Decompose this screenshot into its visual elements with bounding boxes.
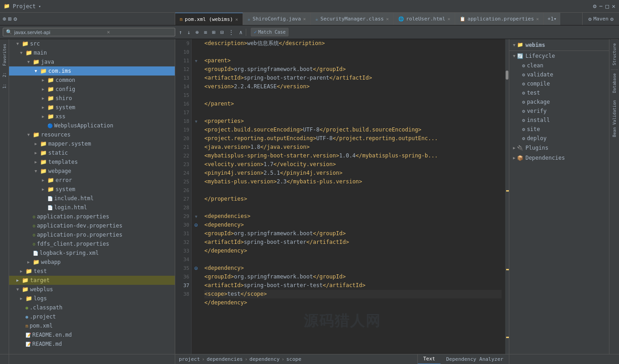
tree-item-xss[interactable]: ▶ 📁 xss <box>9 112 175 121</box>
search-input[interactable] <box>14 30 105 35</box>
tree-item-pomxml[interactable]: m pom.xml <box>9 321 175 330</box>
settings-icon[interactable]: ⚙ <box>593 3 597 10</box>
webplusapp-label: WebplusApplication <box>54 122 113 129</box>
tree-item-comims[interactable]: ▼ 📁 com.ims <box>9 66 175 76</box>
maven-verify[interactable]: ⚙ verify <box>509 106 609 116</box>
tab-roleuser[interactable]: 🌐 roleUser.html ✕ <box>394 13 455 25</box>
tab-shiro[interactable]: ☕ ShiroConfig.java ✕ <box>243 13 311 25</box>
line-numbers: 9 10 11 12 13 14 15 16 17 18 19 20 21 22… <box>175 39 192 354</box>
breadcrumb-dependency[interactable]: dependency <box>249 356 279 362</box>
code-line-10 <box>204 48 502 56</box>
tree-item-resources[interactable]: ▼ 📁 resources <box>9 130 175 139</box>
gear-icon[interactable]: ⚙ <box>14 15 17 22</box>
tree-item-error[interactable]: ▶ 📁 error <box>9 176 175 185</box>
tree-item-system[interactable]: ▶ 📁 system <box>9 103 175 112</box>
maven-dependencies-header[interactable]: ▶ 📦 Dependencies <box>509 153 609 163</box>
maven-tab[interactable]: ⚙ Maven ⚙ <box>582 13 619 25</box>
maven-lifecycle-header[interactable]: ▼ 🔄 Lifecycle <box>509 51 609 61</box>
search-filter4-icon[interactable]: ⊟ <box>218 28 225 36</box>
maven-tab-settings2-icon[interactable]: ⚙ <box>610 16 614 22</box>
search-clear-icon[interactable]: ✕ <box>107 29 110 35</box>
maximize-icon[interactable]: □ <box>605 3 609 10</box>
maven-site[interactable]: ⚙ site <box>509 125 609 134</box>
structure-label[interactable]: Structure <box>611 39 618 69</box>
maven-clean[interactable]: ⚙ clean <box>509 61 609 70</box>
tree-item-approp[interactable]: ⚙ application.properties <box>9 212 175 221</box>
tree-item-test[interactable]: ▶ 📁 test <box>9 267 175 276</box>
tab-pom[interactable]: m pom.xml (webims) ✕ <box>175 13 243 25</box>
database-label[interactable]: Database <box>611 69 618 96</box>
tree-item-login[interactable]: 📄 login.html <box>9 203 175 212</box>
favorites-label[interactable]: Favorites <box>1 41 8 69</box>
tree-item-static[interactable]: ▶ 📁 static <box>9 148 175 157</box>
tab-dependency-analyzer[interactable]: Dependency Analyzer <box>441 354 509 364</box>
tree-item-system2[interactable]: ▶ 📁 system <box>9 185 175 194</box>
close-icon[interactable]: ✕ <box>612 3 615 10</box>
tree-item-apppro[interactable]: ⚙ application-pro.properties <box>9 230 175 239</box>
maven-deploy[interactable]: ⚙ deploy <box>509 134 609 143</box>
panel1-label[interactable]: 1: <box>1 81 8 91</box>
search-down-icon[interactable]: ↓ <box>185 28 192 36</box>
tree-item-templates[interactable]: ▶ 📁 templates <box>9 157 175 167</box>
maven-install[interactable]: ⚙ install <box>509 116 609 125</box>
include-label: include.html <box>54 195 94 202</box>
maven-validate[interactable]: ⚙ validate <box>509 70 609 79</box>
breadcrumb-project[interactable]: project <box>179 356 200 362</box>
search-filter1-icon[interactable]: ⊕ <box>193 28 200 36</box>
tab-more[interactable]: +1▾ <box>544 13 560 25</box>
breadcrumb-dependencies[interactable]: dependencies <box>207 356 243 362</box>
search-filter3-icon[interactable]: ⊞ <box>210 28 217 36</box>
panel2-label[interactable]: 2: <box>1 70 8 80</box>
editor-scrollbar[interactable] <box>505 39 509 354</box>
code-area[interactable]: <description> web信息系统 </description> <pa… <box>201 39 505 354</box>
tree-item-classpath[interactable]: ● .classpath <box>9 303 175 312</box>
maven-package[interactable]: ⚙ package <box>509 97 609 106</box>
search-up-icon[interactable]: ↑ <box>177 28 184 36</box>
tree-item-readme[interactable]: 📝 README.md <box>9 339 175 349</box>
project-dropdown-icon[interactable]: ▾ <box>39 4 41 9</box>
tab-text[interactable]: Text <box>418 354 441 364</box>
tree-item-logs[interactable]: ▶ 📁 logs <box>9 294 175 303</box>
tree-item-appdev[interactable]: ⚙ application-dev.properties <box>9 221 175 230</box>
maven-test[interactable]: ⚙ test <box>509 88 609 97</box>
tab-shiro-close[interactable]: ✕ <box>303 16 306 21</box>
tab-appprops[interactable]: 📋 application.properties ✕ <box>455 13 544 25</box>
tab-pom-close[interactable]: ✕ <box>235 17 238 22</box>
tree-item-webplus[interactable]: ▼ 📁 webplus <box>9 285 175 294</box>
tree-item-config[interactable]: ▶ 📁 config <box>9 85 175 94</box>
maven-settings-icon[interactable]: ⚙ <box>588 16 591 22</box>
tree-item-webplusapp[interactable]: 🔵 WebplusApplication <box>9 121 175 130</box>
minus-icon[interactable]: − <box>599 3 603 10</box>
tree-item-target[interactable]: ▶ 📁 target <box>9 276 175 285</box>
tab-security-close[interactable]: ✕ <box>386 16 389 21</box>
tree-item-readmeen[interactable]: 📝 README.en.md <box>9 330 175 339</box>
tree-item-fdfs[interactable]: ⚙ fdfs_client.properties <box>9 239 175 248</box>
add-tab-icon[interactable]: ⊕ <box>3 15 6 22</box>
tree-item-webpage[interactable]: ▼ 📁 webpage <box>9 167 175 176</box>
maven-compile[interactable]: ⚙ compile <box>509 79 609 88</box>
tree-item-main[interactable]: ▼ 📁 main <box>9 48 175 57</box>
tree-item-include[interactable]: 📄 include.html <box>9 194 175 203</box>
error-arrow-icon: ▶ <box>42 178 47 182</box>
tab-appprops-close[interactable]: ✕ <box>536 16 539 21</box>
breadcrumb-scope[interactable]: scope <box>286 356 301 362</box>
search-filter6-icon[interactable]: ∧ <box>237 28 244 36</box>
tree-item-java[interactable]: ▼ 📁 java <box>9 57 175 66</box>
tree-item-webapp[interactable]: ▶ 📁 webapp <box>9 258 175 267</box>
tree-item-logback[interactable]: 📄 logback-spring.xml <box>9 248 175 258</box>
match-case-button[interactable]: ✓ Match Case <box>251 28 289 36</box>
search-filter5-icon[interactable]: ⋮ <box>227 28 236 36</box>
maven-expand-arrow[interactable]: ▼ <box>513 43 515 47</box>
tree-item-common[interactable]: ▶ 📁 common <box>9 76 175 85</box>
tree-item-src[interactable]: ▼ 📁 src <box>9 39 175 48</box>
tab-roleuser-close[interactable]: ✕ <box>447 16 450 21</box>
tree-item-project[interactable]: ● .project <box>9 312 175 321</box>
search-filter2-icon[interactable]: ≡ <box>202 28 209 36</box>
bean-validation-label[interactable]: Bean Validation <box>611 96 618 141</box>
split-icon[interactable]: ⊞ <box>8 15 12 22</box>
maven-plugins-header[interactable]: ▶ 🔌 Plugins <box>509 143 609 153</box>
apppro-label: application-pro.properties <box>37 232 122 238</box>
tab-security[interactable]: ☕ SecurityManager.class ✕ <box>311 13 394 25</box>
tree-item-shiro[interactable]: ▶ 📁 shiro <box>9 94 175 103</box>
tree-item-mapper[interactable]: ▶ 📁 mapper.system <box>9 139 175 148</box>
